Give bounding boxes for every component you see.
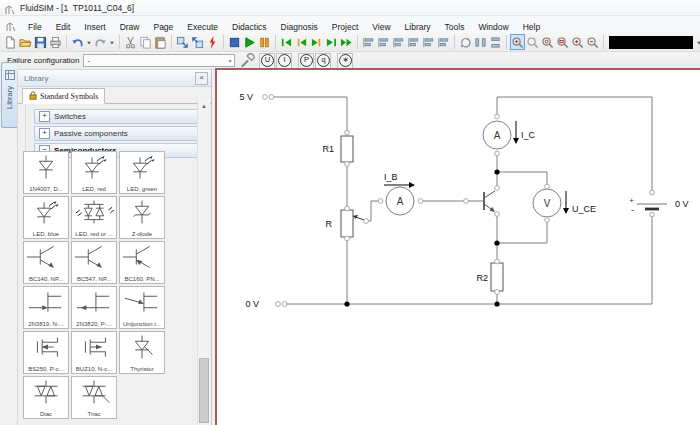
- zoom-prev-icon[interactable]: [525, 34, 540, 50]
- caret-down-icon[interactable]: [108, 34, 116, 50]
- potentiometer-r[interactable]: [341, 210, 364, 237]
- zoom-in-icon[interactable]: [570, 34, 585, 50]
- library-scrollbar[interactable]: ▲: [197, 100, 210, 425]
- redo-icon[interactable]: [93, 34, 108, 50]
- symbol-led-green[interactable]: LED, green: [119, 151, 165, 194]
- ammeter-ic[interactable]: A: [483, 121, 511, 149]
- symbol-led-red-or[interactable]: LED, red or ...: [71, 196, 117, 239]
- zoom-select-icon[interactable]: [510, 34, 525, 50]
- library-tab-row: Standard Symbols: [18, 87, 211, 104]
- resistor-r1[interactable]: [341, 136, 353, 162]
- zoom-rect-icon[interactable]: [555, 34, 570, 50]
- symbol-1n4007-d[interactable]: 1N4007, D...: [23, 151, 69, 194]
- new-icon[interactable]: [3, 34, 18, 50]
- distribute-h-icon[interactable]: [473, 34, 488, 50]
- menu-diagnosis[interactable]: Diagnosis: [274, 20, 325, 34]
- schematic-canvas[interactable]: A A V + -: [215, 68, 700, 425]
- symbol-unijunction-t[interactable]: Unijunction t...: [119, 286, 165, 329]
- menu-file[interactable]: File: [21, 20, 49, 34]
- expand-icon[interactable]: +: [39, 111, 50, 122]
- cut-icon[interactable]: [123, 34, 138, 50]
- ammeter-ib[interactable]: A: [386, 187, 414, 215]
- zoom-all-icon[interactable]: [540, 34, 555, 50]
- resistor-r2[interactable]: [491, 263, 503, 291]
- menu-tools[interactable]: Tools: [438, 20, 472, 34]
- align-center-h-icon[interactable]: [376, 34, 391, 50]
- align-top-icon[interactable]: [406, 34, 421, 50]
- menu-view[interactable]: View: [365, 20, 397, 34]
- copy-icon[interactable]: [138, 34, 153, 50]
- close-icon[interactable]: ×: [195, 72, 208, 85]
- npn-transistor[interactable]: [484, 191, 495, 212]
- failure-configuration-select[interactable]: - ▾: [83, 54, 235, 67]
- battery-source[interactable]: + -: [629, 196, 667, 215]
- caret-down-icon[interactable]: [85, 34, 93, 50]
- tab-standard-symbols[interactable]: Standard Symbols: [22, 88, 105, 104]
- arrange-back-icon[interactable]: [190, 34, 205, 50]
- symbol-bc547-np[interactable]: BC547, NP...: [71, 241, 117, 284]
- symbol-buz10-n-c[interactable]: BUZ10, N-c...: [71, 331, 117, 374]
- align-left-icon[interactable]: [361, 34, 376, 50]
- wrench-icon[interactable]: [239, 53, 255, 69]
- menu-project[interactable]: Project: [325, 20, 365, 34]
- menu-didactics[interactable]: Didactics: [225, 20, 273, 34]
- skip-end-icon[interactable]: [324, 34, 339, 50]
- pause-icon[interactable]: [257, 34, 272, 50]
- step-back-icon[interactable]: [294, 34, 309, 50]
- open-icon[interactable]: [18, 34, 33, 50]
- quantity-button-p[interactable]: P: [298, 53, 314, 69]
- quantity-button-q[interactable]: q: [315, 53, 331, 69]
- quantity-button-u[interactable]: U: [259, 53, 275, 69]
- symbol-led-blue[interactable]: LED, blue: [23, 196, 69, 239]
- menu-edit[interactable]: Edit: [49, 20, 78, 34]
- menu-insert[interactable]: Insert: [77, 20, 112, 34]
- arrange-front-icon[interactable]: [175, 34, 190, 50]
- symbol-thyristor[interactable]: Thyristor: [119, 331, 165, 374]
- fast-forward-icon[interactable]: [339, 34, 354, 50]
- caret-down-icon[interactable]: [695, 34, 700, 50]
- skip-start-icon[interactable]: [279, 34, 294, 50]
- stop-icon[interactable]: [227, 34, 242, 50]
- menu-library[interactable]: Library: [398, 20, 438, 34]
- undo-icon[interactable]: [70, 34, 85, 50]
- menu-help[interactable]: Help: [516, 20, 547, 34]
- align-bottom-icon[interactable]: [436, 34, 451, 50]
- symbol-bc160-pn[interactable]: BC160, PN...: [119, 241, 165, 284]
- distribute-v-icon[interactable]: [488, 34, 503, 50]
- play-icon[interactable]: [242, 34, 257, 50]
- menu-draw[interactable]: Draw: [113, 20, 147, 34]
- menu-page[interactable]: Page: [146, 20, 180, 34]
- quantity-button-∗[interactable]: ∗: [337, 53, 353, 69]
- library-icon: [5, 66, 15, 84]
- tree-section-switches[interactable]: +Switches: [34, 109, 203, 124]
- symbol-diac[interactable]: Diac: [23, 376, 69, 419]
- symbol-led-red[interactable]: LED, red: [71, 151, 117, 194]
- menu-window[interactable]: Window: [471, 20, 515, 34]
- symbol-bc140-np[interactable]: BC140, NP...: [23, 241, 69, 284]
- scrollbar-thumb[interactable]: [199, 358, 209, 423]
- library-panel-title: Library: [24, 74, 48, 83]
- failure-bolt-icon[interactable]: [205, 34, 220, 50]
- scroll-up-icon[interactable]: ▲: [198, 100, 210, 112]
- rotate-icon[interactable]: [458, 34, 473, 50]
- symbol-bs250-p-c[interactable]: BS250, P-c...: [23, 331, 69, 374]
- tree-section-passive-components[interactable]: +Passive components: [34, 126, 203, 141]
- paste-icon[interactable]: [153, 34, 168, 50]
- align-right-icon[interactable]: [391, 34, 406, 50]
- symbol-z-diode[interactable]: Z-diode: [119, 196, 165, 239]
- zoom-level-redacted[interactable]: [609, 36, 693, 49]
- voltmeter-uce[interactable]: V: [533, 189, 561, 217]
- menu-execute[interactable]: Execute: [180, 20, 225, 34]
- symbol-triac[interactable]: Triac: [71, 376, 117, 419]
- symbol-label: 1N4007, D...: [29, 186, 63, 193]
- expand-icon[interactable]: +: [39, 128, 50, 139]
- symbol-2n3819-n[interactable]: 2N3819, N-...: [23, 286, 69, 329]
- align-middle-icon[interactable]: [421, 34, 436, 50]
- save-icon[interactable]: [33, 34, 48, 50]
- library-vertical-tab[interactable]: Library: [1, 62, 17, 128]
- symbol-2n3820-p[interactable]: 2N3820, P-...: [71, 286, 117, 329]
- print-icon[interactable]: [48, 34, 63, 50]
- step-forward-icon[interactable]: [309, 34, 324, 50]
- quantity-button-i[interactable]: I: [276, 53, 292, 69]
- zoom-out-icon[interactable]: [585, 34, 600, 50]
